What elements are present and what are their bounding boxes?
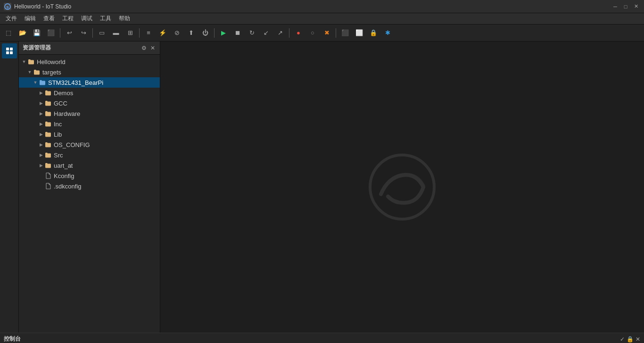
tree-item-hardware[interactable]: ▶ Hardware — [19, 108, 160, 119]
toolbar-btn-0[interactable]: ⬚ — [2, 26, 15, 40]
console-header: 控制台 ✓ 🔒 ✕ — [0, 333, 644, 343]
menu-item-工具[interactable]: 工具 — [96, 14, 115, 24]
tree-item-demos[interactable]: ▶ Demos — [19, 88, 160, 98]
tree-arrow-os_config: ▶ — [38, 142, 44, 147]
tree-item-os_config[interactable]: ▶ OS_CONFIG — [19, 139, 160, 150]
toolbar-btn-5[interactable]: ↩ — [63, 26, 76, 40]
toolbar-btn-13[interactable]: ⚡ — [156, 26, 169, 40]
toolbar-btn-24[interactable]: ● — [292, 26, 305, 40]
tree-label-stm32: STM32L431_BearPi — [48, 79, 103, 86]
tree-item-helloworld[interactable]: ▼ Helloworld — [19, 57, 160, 67]
svg-rect-4 — [6, 51, 9, 54]
toolbar-btn-18[interactable]: ▶ — [217, 26, 230, 40]
bottom-panel: 控制台 ✓ 🔒 ✕ [2019-11-20 10:49:16] 符号库初始化扫描… — [0, 333, 644, 343]
toolbar-btn-16[interactable]: ⏻ — [198, 26, 212, 40]
console-lock-btn[interactable]: 🔒 — [627, 336, 634, 343]
title-text: Helloworld - IoT Studio — [14, 3, 71, 10]
toolbar-btn-29[interactable]: ⬜ — [353, 26, 366, 40]
editor-area — [160, 41, 644, 333]
toolbar-sep-11 — [139, 28, 140, 38]
toolbar-btn-9[interactable]: ▬ — [109, 26, 123, 40]
toolbar-btn-10[interactable]: ⊞ — [124, 26, 137, 40]
toolbar-btn-14[interactable]: ⊘ — [170, 26, 183, 40]
close-button[interactable]: ✕ — [632, 2, 640, 11]
tree-icon-os_config — [44, 141, 52, 148]
resource-settings-btn[interactable]: ⚙ — [140, 44, 148, 52]
tree-item-lib[interactable]: ▶ Lib — [19, 129, 160, 139]
tree-icon-stm32 — [39, 79, 46, 86]
tree-arrow-stm32: ▼ — [32, 80, 39, 85]
toolbar: ⬚📂💾⬛↩↪▭▬⊞≡⚡⊘⬆⏻▶⏹↻↙↗●○✖⬛⬜🔒✱ — [0, 24, 644, 41]
tree-item-inc[interactable]: ▶ Inc — [19, 119, 160, 129]
toolbar-btn-31[interactable]: ✱ — [381, 26, 394, 40]
toolbar-btn-19[interactable]: ⏹ — [231, 26, 244, 40]
tree-label-targets: targets — [42, 69, 61, 76]
toolbar-btn-25[interactable]: ○ — [306, 26, 319, 40]
menu-item-文件[interactable]: 文件 — [2, 14, 21, 24]
menu-bar: 文件编辑查看工程调试工具帮助 — [0, 13, 644, 24]
tree-item-gcc[interactable]: ▶ GCC — [19, 98, 160, 108]
toolbar-btn-12[interactable]: ≡ — [142, 26, 155, 40]
tree-item-sdkconfig[interactable]: .sdkconfig — [19, 181, 160, 191]
title-bar: S Helloworld - IoT Studio ─ □ ✕ — [0, 0, 644, 13]
toolbar-btn-3[interactable]: ⬛ — [44, 26, 58, 40]
toolbar-btn-26[interactable]: ✖ — [320, 26, 333, 40]
resource-header-btns: ⚙ ✕ — [140, 44, 156, 52]
tree-label-helloworld: Helloworld — [37, 58, 66, 65]
resource-close-btn[interactable]: ✕ — [149, 44, 156, 52]
app-icon: S — [4, 3, 11, 10]
tree-arrow-gcc: ▶ — [38, 101, 44, 106]
tree-label-gcc: GCC — [54, 100, 67, 107]
tree-arrow-uart_at: ▶ — [38, 163, 44, 168]
console-check-btn[interactable]: ✓ — [620, 336, 625, 343]
toolbar-btn-2[interactable]: 💾 — [30, 26, 43, 40]
tree-icon-targets — [33, 69, 41, 75]
toolbar-sep-4 — [60, 28, 60, 38]
logo-watermark — [367, 152, 438, 222]
tree-label-hardware: Hardware — [54, 110, 80, 117]
tree-arrow-demos: ▶ — [38, 90, 44, 95]
maximize-button[interactable]: □ — [621, 2, 630, 11]
tree-arrow-helloworld: ▼ — [21, 59, 27, 64]
console-title: 控制台 — [4, 335, 21, 343]
tree-item-stm32[interactable]: ▼ STM32L431_BearPi — [19, 77, 160, 88]
menu-item-调试[interactable]: 调试 — [77, 14, 96, 24]
title-bar-left: S Helloworld - IoT Studio — [4, 3, 71, 10]
tree-label-demos: Demos — [54, 90, 73, 97]
toolbar-sep-23 — [289, 28, 289, 38]
menu-item-工程[interactable]: 工程 — [58, 14, 77, 24]
tree-icon-uart_at — [44, 162, 52, 169]
resource-panel: 资源管理器 ⚙ ✕ ▼ Helloworld▼ targets▼ STM32L4… — [19, 41, 160, 333]
toolbar-btn-6[interactable]: ↪ — [77, 26, 90, 40]
tree-item-targets[interactable]: ▼ targets — [19, 67, 160, 77]
explorer-btn[interactable] — [2, 43, 17, 58]
toolbar-btn-20[interactable]: ↻ — [245, 26, 258, 40]
tree-icon-kconfig — [44, 172, 52, 179]
toolbar-sep-27 — [336, 28, 336, 38]
tree-item-src[interactable]: ▶ Src — [19, 150, 160, 160]
toolbar-btn-28[interactable]: ⬛ — [339, 26, 352, 40]
toolbar-btn-8[interactable]: ▭ — [95, 26, 108, 40]
tree-item-kconfig[interactable]: Kconfig — [19, 171, 160, 181]
svg-rect-2 — [6, 48, 9, 50]
toolbar-btn-22[interactable]: ↗ — [273, 26, 287, 40]
toolbar-btn-15[interactable]: ⬆ — [184, 26, 198, 40]
toolbar-btn-30[interactable]: 🔒 — [367, 26, 380, 40]
tree-label-kconfig: Kconfig — [54, 172, 74, 180]
tree-arrow-targets: ▼ — [26, 70, 33, 74]
toolbar-sep-7 — [92, 28, 93, 38]
menu-item-编辑[interactable]: 编辑 — [21, 14, 40, 24]
tree-item-uart_at[interactable]: ▶ uart_at — [19, 160, 160, 171]
minimize-button[interactable]: ─ — [611, 2, 619, 11]
console-header-btns: ✓ 🔒 ✕ — [620, 336, 640, 343]
tree-label-uart_at: uart_at — [54, 162, 73, 169]
tree-label-inc: Inc — [54, 121, 62, 128]
tree-label-lib: Lib — [54, 131, 62, 138]
menu-item-帮助[interactable]: 帮助 — [115, 14, 134, 24]
console-close-btn[interactable]: ✕ — [636, 336, 640, 343]
tree-arrow-inc: ▶ — [38, 122, 44, 126]
toolbar-btn-21[interactable]: ↙ — [259, 26, 272, 40]
toolbar-btn-1[interactable]: 📂 — [16, 26, 29, 40]
menu-item-查看[interactable]: 查看 — [40, 14, 58, 24]
tree-icon-inc — [44, 121, 52, 127]
